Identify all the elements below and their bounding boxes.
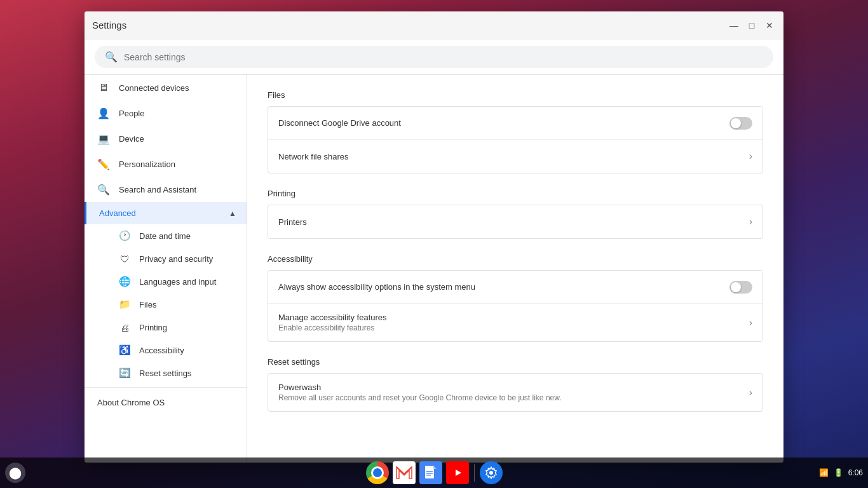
powerwash-arrow: ›	[749, 387, 752, 398]
settings-window: Settings — □ ✕ 🔍 🖥 Connected devices 👤 P…	[85, 11, 783, 463]
sidebar-sub-label: Accessibility	[139, 346, 184, 355]
sidebar-item-label: Connected devices	[119, 83, 189, 93]
main-layout: 🖥 Connected devices 👤 People 💻 Device ✏️…	[85, 75, 783, 463]
sidebar-sub-label: Reset settings	[139, 369, 191, 378]
sidebar-item-accessibility[interactable]: ♿ Accessibility	[85, 339, 247, 362]
powerwash-text-block: Powerwash Remove all user accounts and r…	[278, 383, 744, 402]
svg-rect-1	[426, 471, 433, 472]
battery-icon: 🔋	[834, 468, 843, 477]
sidebar-item-date-time[interactable]: 🕐 Date and time	[85, 224, 247, 247]
reset-section-title: Reset settings	[268, 357, 763, 367]
printers-label: Printers	[278, 217, 744, 227]
sidebar-sub-label: Date and time	[139, 231, 191, 241]
sidebar-sub-label: Languages and input	[139, 277, 216, 287]
sidebar-item-files[interactable]: 📁 Files	[85, 293, 247, 316]
search-icon: 🔍	[105, 51, 118, 63]
minimize-button[interactable]: —	[728, 19, 740, 32]
powerwash-label: Powerwash	[278, 383, 744, 392]
chrome-icon	[366, 461, 389, 484]
sidebar-sub-label: Privacy and security	[139, 254, 213, 264]
network-icon: 📶	[819, 468, 829, 477]
search-bar: 🔍	[95, 46, 773, 68]
accessibility-icon: ♿	[119, 344, 130, 356]
search-assistant-icon: 🔍	[97, 183, 110, 196]
printers-row[interactable]: Printers ›	[268, 205, 763, 238]
launcher-icon: ⬤	[9, 466, 22, 480]
sidebar-item-privacy-security[interactable]: 🛡 Privacy and security	[85, 247, 247, 270]
sidebar-item-label: Personalization	[119, 159, 175, 169]
manage-accessibility-sublabel: Enable accessibility features	[278, 323, 744, 332]
launcher-button[interactable]: ⬤	[5, 463, 25, 483]
sidebar-advanced-header[interactable]: Advanced ▲	[85, 202, 247, 224]
title-bar: Settings — □ ✕	[85, 11, 783, 39]
gmail-icon	[393, 461, 416, 484]
sidebar-item-personalization[interactable]: ✏️ Personalization	[85, 151, 247, 177]
taskbar-separator	[474, 464, 475, 482]
sidebar-item-people[interactable]: 👤 People	[85, 100, 247, 126]
sidebar-item-languages-input[interactable]: 🌐 Languages and input	[85, 270, 247, 293]
printers-arrow: ›	[749, 216, 752, 227]
advanced-label: Advanced	[99, 208, 136, 218]
manage-accessibility-arrow: ›	[749, 317, 752, 329]
files-card: Disconnect Google Drive account Network …	[268, 106, 763, 173]
sidebar-item-reset-settings[interactable]: 🔄 Reset settings	[85, 362, 247, 384]
close-button[interactable]: ✕	[763, 19, 776, 32]
search-bar-container: 🔍	[85, 39, 783, 75]
disconnect-google-drive-toggle[interactable]	[729, 117, 752, 130]
sidebar-item-about[interactable]: About Chrome OS	[85, 390, 247, 415]
disconnect-google-drive-label: Disconnect Google Drive account	[278, 118, 729, 128]
youtube-taskbar-icon[interactable]	[445, 460, 470, 485]
taskbar: ⬤	[0, 458, 868, 488]
date-time-icon: 🕐	[119, 230, 130, 241]
always-show-accessibility-label: Always show accessibility options in the…	[278, 282, 729, 292]
accessibility-card: Always show accessibility options in the…	[268, 270, 763, 342]
manage-accessibility-text-block: Manage accessibility features Enable acc…	[278, 313, 744, 332]
gmail-taskbar-icon[interactable]	[391, 460, 417, 485]
accessibility-section-title: Accessibility	[268, 254, 763, 264]
taskbar-center	[365, 460, 504, 485]
network-file-shares-arrow: ›	[749, 151, 752, 162]
disconnect-google-drive-row: Disconnect Google Drive account	[268, 107, 763, 140]
chrome-taskbar-icon[interactable]	[365, 460, 390, 485]
window-controls: — □ ✕	[728, 19, 776, 32]
network-file-shares-row[interactable]: Network file shares ›	[268, 140, 763, 173]
sidebar-item-label: People	[119, 109, 144, 118]
printing-section-title: Printing	[268, 189, 763, 198]
printing-card: Printers ›	[268, 205, 763, 239]
sidebar-item-device[interactable]: 💻 Device	[85, 126, 247, 151]
sidebar-item-label: Search and Assistant	[119, 185, 196, 194]
languages-icon: 🌐	[119, 276, 130, 287]
about-label: About Chrome OS	[97, 398, 165, 407]
printing-icon: 🖨	[119, 322, 130, 333]
connected-devices-icon: 🖥	[97, 81, 110, 94]
chevron-up-icon: ▲	[229, 209, 236, 218]
sidebar-item-search-assistant[interactable]: 🔍 Search and Assistant	[85, 177, 247, 202]
powerwash-sublabel: Remove all user accounts and reset your …	[278, 393, 744, 402]
device-icon: 💻	[97, 132, 110, 145]
privacy-security-icon: 🛡	[119, 253, 130, 264]
manage-accessibility-row[interactable]: Manage accessibility features Enable acc…	[268, 304, 763, 341]
svg-rect-3	[426, 475, 431, 476]
reset-settings-icon: 🔄	[119, 367, 130, 379]
search-input[interactable]	[124, 52, 763, 62]
youtube-icon	[446, 461, 469, 484]
always-show-accessibility-row: Always show accessibility options in the…	[268, 271, 763, 304]
sidebar-sub-label: Printing	[139, 323, 167, 332]
network-file-shares-label: Network file shares	[278, 152, 744, 161]
powerwash-row[interactable]: Powerwash Remove all user accounts and r…	[268, 374, 763, 411]
sidebar-item-connected-devices[interactable]: 🖥 Connected devices	[85, 75, 247, 100]
files-icon: 📁	[119, 299, 130, 310]
always-show-accessibility-toggle[interactable]	[729, 281, 752, 294]
docs-taskbar-icon[interactable]	[418, 460, 444, 485]
people-icon: 👤	[97, 107, 110, 119]
window-title: Settings	[92, 20, 126, 30]
manage-accessibility-label: Manage accessibility features	[278, 313, 744, 322]
sidebar-item-label: Device	[119, 134, 144, 144]
maximize-button[interactable]: □	[745, 19, 758, 32]
sidebar-divider	[85, 387, 247, 388]
settings-taskbar-icon[interactable]	[478, 460, 504, 485]
settings-icon	[480, 461, 503, 484]
sidebar-item-printing[interactable]: 🖨 Printing	[85, 316, 247, 339]
content-area: Files Disconnect Google Drive account Ne…	[247, 75, 783, 463]
sidebar: 🖥 Connected devices 👤 People 💻 Device ✏️…	[85, 75, 247, 463]
